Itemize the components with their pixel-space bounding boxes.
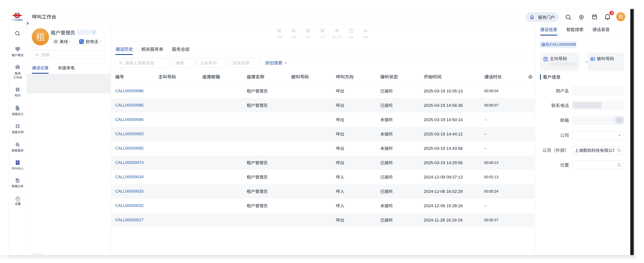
svg-text:?: ? (16, 143, 18, 146)
svg-text:?: ? (351, 30, 352, 32)
